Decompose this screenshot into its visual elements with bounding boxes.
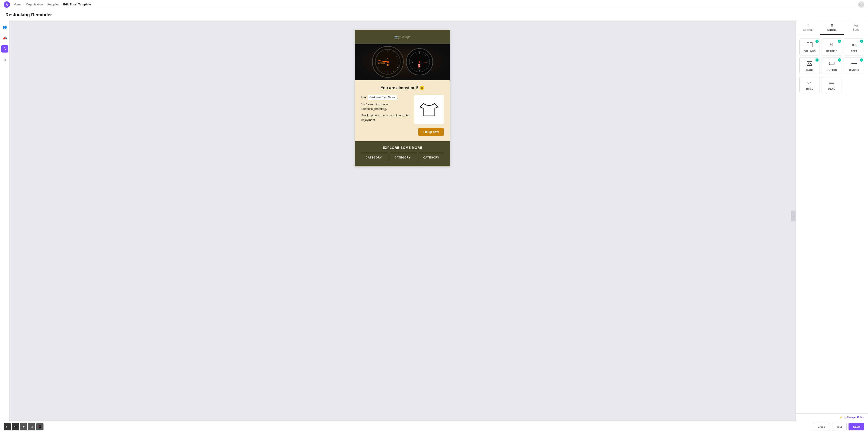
blocks-icon: ⊟	[823, 24, 841, 28]
block-text[interactable]: + Aa TEXT	[844, 38, 864, 56]
body-icon: Aa	[847, 24, 865, 28]
html-block-label: HTML	[801, 88, 818, 90]
page-header: Restocking Reminder	[0, 9, 868, 21]
svg-line-3	[393, 52, 394, 53]
svg-text:⛽: ⛽	[418, 64, 422, 68]
user-avatar[interactable]: OT	[858, 1, 864, 8]
bottom-right-buttons: Close Test Save	[813, 423, 864, 430]
redo-button[interactable]: ↪	[12, 423, 19, 430]
divider-block-label: DIVIDER	[846, 69, 862, 71]
svg-line-22	[425, 68, 426, 69]
right-panel: ⊞ Content ⊟ Blocks Aa Body +	[796, 21, 868, 421]
add-heading-icon: +	[838, 40, 841, 43]
block-heading[interactable]: + H HEADING	[822, 38, 842, 56]
block-button[interactable]: + BUTTON	[822, 57, 842, 74]
undo-button[interactable]: ↩	[4, 423, 11, 430]
email-body-text-2: Stock up now to ensure uninterrupted enj…	[361, 113, 411, 122]
heading-block-icon: H	[824, 41, 840, 49]
top-navigation: A Home › Organisation › Autopilot › Edit…	[0, 0, 868, 9]
add-image-icon: +	[815, 58, 818, 62]
fill-up-button[interactable]: Fill up now	[418, 128, 444, 136]
svg-text:OUTSIDE: OUTSIDE	[378, 62, 385, 64]
block-menu[interactable]: MENU	[822, 76, 842, 93]
divider-block-icon	[846, 60, 862, 68]
preview-button[interactable]: 👁	[20, 423, 27, 430]
save-button[interactable]: Save	[848, 423, 864, 430]
email-logo-text: 📷 your logo.	[394, 35, 411, 39]
add-columns-icon: +	[815, 40, 818, 43]
category-item-3[interactable]: CATEGORY	[417, 153, 445, 162]
svg-rect-37	[829, 62, 834, 65]
email-preview: 📷 your logo.	[355, 30, 450, 166]
desktop-view-button[interactable]: 🖥	[28, 423, 35, 430]
toolbar-left-group: ↩ ↪ 👁 🖥 📱	[4, 423, 43, 430]
svg-text:</>: </>	[807, 81, 811, 84]
columns-block-icon	[801, 41, 818, 49]
unlayer-link[interactable]: Unlayer Editor	[847, 416, 864, 419]
svg-text:F: F	[426, 61, 427, 63]
category-item-1[interactable]: CATEGORY	[360, 153, 388, 162]
block-columns[interactable]: + COLUMNS	[799, 38, 820, 56]
sidebar-icon-users[interactable]: 👥	[1, 24, 8, 31]
email-product-column	[414, 95, 444, 124]
html-block-icon: </>	[801, 79, 818, 87]
menu-block-label: MENU	[824, 88, 840, 90]
right-panel-tabs: ⊞ Content ⊟ Blocks Aa Body	[796, 21, 868, 35]
sidebar-icon-settings[interactable]: ⚙	[1, 56, 8, 63]
breadcrumb-home[interactable]: Home	[13, 3, 22, 6]
tab-blocks[interactable]: ⊟ Blocks	[820, 21, 844, 35]
svg-line-24	[413, 68, 413, 69]
product-image-box	[414, 95, 444, 124]
svg-text:E: E	[412, 61, 413, 63]
lightning-icon: ⚡	[839, 416, 842, 419]
svg-line-6	[397, 67, 398, 68]
panel-collapse-handle[interactable]: ›	[791, 210, 796, 222]
breadcrumb-current: Edit Email Template	[63, 3, 91, 6]
block-html[interactable]: </> HTML	[799, 76, 820, 93]
add-button-icon: +	[838, 58, 841, 62]
breadcrumb-sep-3: ›	[60, 3, 61, 6]
svg-point-27	[418, 61, 421, 63]
close-button[interactable]: Close	[813, 423, 830, 430]
tab-content[interactable]: ⊞ Content	[796, 21, 820, 35]
svg-rect-31	[807, 42, 809, 47]
category-item-2[interactable]: CATEGORY	[388, 153, 417, 162]
block-divider[interactable]: + DIVIDER	[844, 57, 864, 74]
svg-text:H: H	[830, 42, 833, 47]
svg-point-13	[387, 61, 389, 63]
svg-rect-35	[807, 61, 812, 65]
email-body-section: You are almost out! 🙂 Hey Customer First…	[355, 80, 450, 141]
breadcrumb-sep-2: ›	[44, 3, 45, 6]
block-image[interactable]: + IMAGE	[799, 57, 820, 74]
add-divider-icon: +	[860, 58, 863, 62]
tab-body[interactable]: Aa Body	[844, 21, 868, 35]
svg-rect-32	[810, 42, 812, 47]
right-panel-content: + COLUMNS + H	[796, 35, 868, 413]
text-block-icon: Aa	[846, 41, 862, 49]
breadcrumb-autopilot[interactable]: Autopilot	[47, 3, 59, 6]
sidebar-icon-autopilot[interactable]: A	[1, 45, 8, 53]
email-footer: EXPLORE SOME MORE CATEGORY CATEGORY CATE…	[355, 141, 450, 166]
svg-line-7	[393, 71, 394, 72]
app-logo[interactable]: A	[4, 1, 10, 8]
image-block-icon	[801, 60, 818, 68]
mobile-view-button[interactable]: 📱	[36, 423, 43, 430]
customer-name-tag: Customer First Name	[368, 95, 397, 100]
tshirt-icon	[420, 101, 438, 118]
svg-line-26	[420, 62, 426, 62]
columns-block-label: COLUMNS	[801, 50, 818, 53]
email-two-column: Hey Customer First Name, You're running …	[361, 95, 444, 124]
svg-text:P: P	[387, 64, 389, 67]
gauge-right: E F ⛽	[406, 48, 433, 75]
blocks-grid: + COLUMNS + H	[799, 38, 864, 93]
svg-line-10	[378, 67, 379, 68]
test-button[interactable]: Test	[832, 423, 847, 430]
sidebar-icon-campaigns[interactable]: 📣	[1, 34, 8, 42]
main-layout: 👥 📣 A ⚙ 📷 your logo.	[0, 21, 868, 421]
email-body-text-1: You're running low on {{restock_product}…	[361, 102, 411, 111]
breadcrumb-organisation[interactable]: Organisation	[26, 3, 43, 6]
email-text-column: Hey Customer First Name, You're running …	[361, 95, 411, 124]
svg-text:0: 0	[388, 58, 389, 60]
svg-text:Aa: Aa	[852, 43, 857, 47]
canvas-area: 📷 your logo.	[9, 21, 796, 421]
